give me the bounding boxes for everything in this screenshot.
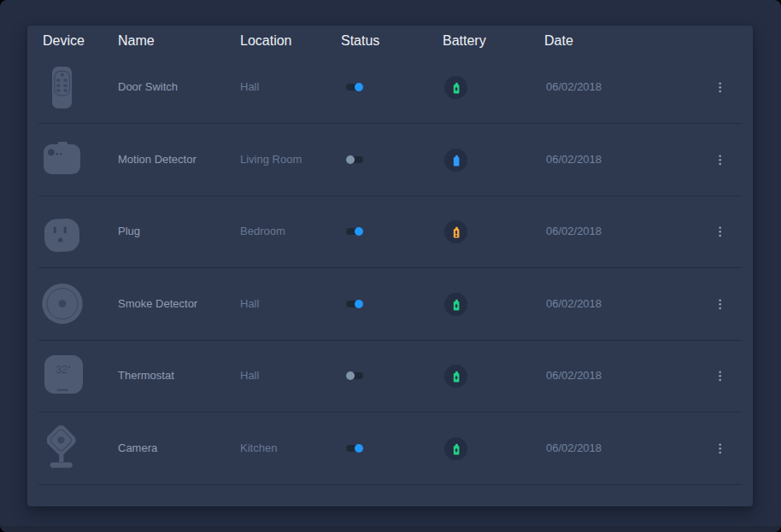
svg-text:32: 32	[56, 364, 68, 376]
